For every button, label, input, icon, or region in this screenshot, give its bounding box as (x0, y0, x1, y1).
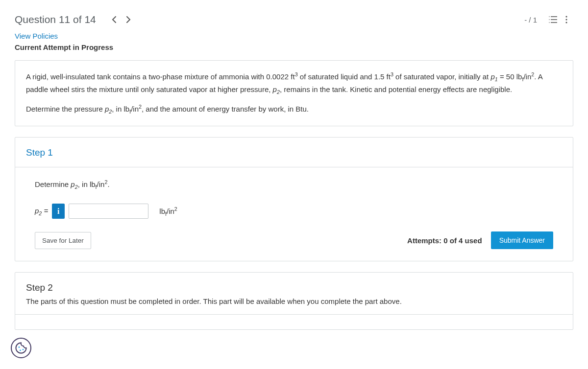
attempt-status: Current Attempt in Progress (15, 43, 573, 51)
step-1-title: Step 1 (26, 147, 562, 158)
problem-statement-card: A rigid, well-insulated tank contains a … (15, 60, 573, 126)
svg-rect-5 (551, 22, 557, 23)
svg-rect-1 (551, 16, 557, 17)
step-2-locked-message: The parts of this question must be compl… (26, 297, 562, 305)
cookie-settings-button[interactable] (11, 338, 31, 341)
step-2-card: Step 2 The parts of this question must b… (15, 272, 573, 330)
info-icon[interactable]: i (52, 204, 65, 219)
svg-rect-3 (551, 19, 557, 20)
answer-variable-label: p2 = (35, 207, 48, 216)
step-1-prompt: Determine p2, in lbf/in2. (35, 179, 553, 190)
more-options-icon[interactable] (560, 13, 573, 26)
score-display: - / 1 (524, 16, 537, 24)
svg-point-4 (549, 22, 550, 23)
question-title: Question 11 of 14 (15, 14, 96, 25)
prev-question-button[interactable] (107, 12, 122, 27)
submit-answer-button[interactable]: Submit Answer (491, 231, 553, 249)
view-policies-link[interactable]: View Policies (15, 32, 58, 40)
attempts-remaining: Attempts: 0 of 4 used (407, 236, 482, 245)
svg-point-0 (549, 16, 550, 17)
step-1-card: Step 1 Determine p2, in lbf/in2. p2 = i … (15, 137, 573, 261)
question-header: Question 11 of 14 - / 1 (15, 0, 573, 32)
next-question-button[interactable] (122, 12, 136, 27)
svg-point-7 (565, 19, 567, 20)
answer-unit-label: lbf/in2 (159, 206, 177, 217)
problem-paragraph-1: A rigid, well-insulated tank contains a … (26, 70, 562, 96)
problem-paragraph-2: Determine the pressure p2, in lbf/in2, a… (26, 103, 562, 116)
save-for-later-button[interactable]: Save for Later (35, 232, 91, 249)
p2-answer-input[interactable] (69, 204, 148, 219)
step-2-title: Step 2 (26, 282, 562, 293)
svg-point-8 (565, 22, 567, 23)
svg-point-2 (549, 19, 550, 20)
answer-row: p2 = i lbf/in2 (35, 204, 553, 219)
svg-point-6 (565, 16, 567, 17)
question-list-icon[interactable] (546, 13, 560, 26)
